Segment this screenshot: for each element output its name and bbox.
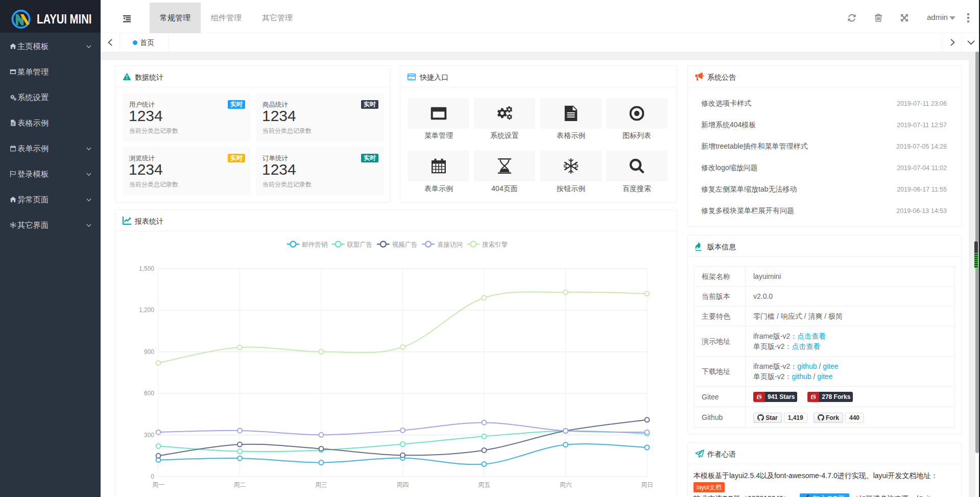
svg-text:直接访问: 直接访问: [437, 241, 463, 248]
svg-text:周二: 周二: [234, 481, 246, 488]
svg-text:300: 300: [144, 432, 154, 439]
svg-text:视频广告: 视频广告: [392, 241, 418, 248]
svg-text:周六: 周六: [560, 481, 572, 488]
svg-text:周一: 周一: [152, 481, 164, 488]
svg-text:900: 900: [144, 348, 154, 356]
svg-text:1,200: 1,200: [139, 306, 154, 314]
svg-text:联盟广告: 联盟广告: [347, 241, 373, 248]
svg-text:周五: 周五: [478, 481, 490, 488]
svg-text:周日: 周日: [641, 481, 653, 488]
svg-text:1,500: 1,500: [139, 265, 154, 272]
svg-text:邮件营销: 邮件营销: [302, 241, 328, 248]
svg-text:周四: 周四: [397, 481, 409, 488]
svg-text:周三: 周三: [315, 481, 327, 488]
svg-text:0: 0: [151, 473, 154, 480]
svg-text:600: 600: [144, 390, 154, 397]
svg-text:搜索引擎: 搜索引擎: [482, 241, 508, 248]
